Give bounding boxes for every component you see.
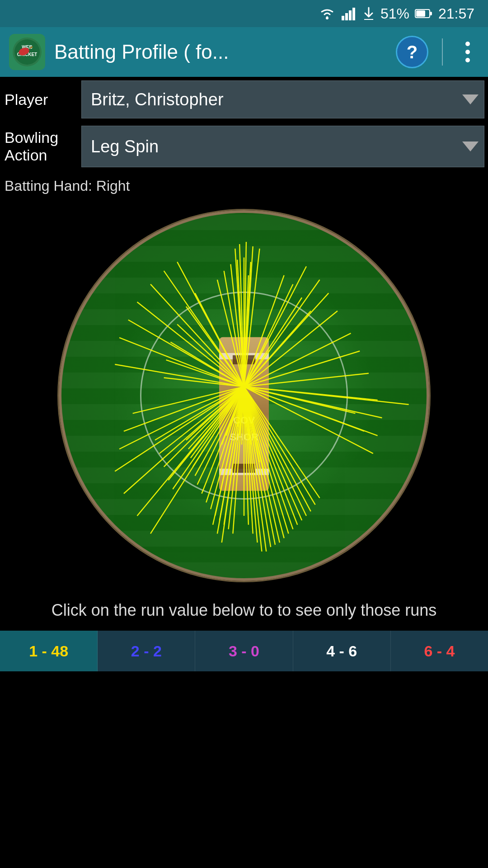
svg-rect-7: [416, 10, 425, 17]
batting-hand-row: Batting Hand: Right: [0, 171, 488, 201]
top-stumps: [233, 355, 255, 364]
run-value-3[interactable]: 3 - 0: [195, 631, 293, 671]
signal-icon: [341, 7, 357, 20]
run-value-3-label: 3 - 0: [229, 642, 259, 660]
cover-label: COV: [233, 415, 255, 426]
field-container: COV SHOR: [0, 201, 488, 590]
run-value-1[interactable]: 1 - 48: [0, 631, 98, 671]
wifi-icon: [319, 7, 335, 20]
player-dropdown[interactable]: Britz, Christopher: [81, 80, 484, 118]
batting-hand-label: Batting Hand: Right: [5, 178, 130, 194]
download-icon: [362, 7, 375, 20]
run-value-1-label: 1 - 48: [29, 642, 68, 660]
logo-icon: WEB CRICKET: [11, 36, 43, 68]
instructions-row: Click on the run value below to to see o…: [0, 590, 488, 631]
bowling-action-value: Leg Spin: [91, 137, 475, 156]
help-icon: ?: [407, 42, 418, 62]
bowling-action-row: BowlingAction Leg Spin: [0, 122, 488, 171]
status-icons: 51% 21:57: [319, 5, 474, 22]
player-row: Player Britz, Christopher: [0, 77, 488, 122]
bowling-action-label: BowlingAction: [0, 122, 81, 171]
battery-percent: 51%: [380, 5, 409, 22]
instructions-text: Click on the run value below to to see o…: [52, 601, 437, 619]
player-value: Britz, Christopher: [91, 90, 475, 109]
cricket-field: COV SHOR: [59, 210, 429, 581]
app-logo: WEB CRICKET: [9, 34, 45, 70]
svg-rect-3: [349, 10, 352, 20]
cricket-pitch: COV SHOR: [219, 337, 269, 491]
svg-rect-4: [352, 8, 355, 20]
more-dot-3: [465, 58, 470, 62]
toolbar-title: Batting Profile ( fo...: [54, 41, 387, 63]
bottom-stumps: [233, 464, 255, 473]
svg-point-0: [326, 17, 328, 19]
run-value-4-label: 4 - 6: [326, 642, 357, 660]
run-value-2[interactable]: 2 - 2: [98, 631, 195, 671]
battery-icon: [415, 8, 433, 19]
time-display: 21:57: [438, 5, 474, 22]
run-value-2-label: 2 - 2: [131, 642, 162, 660]
more-dot-2: [465, 50, 470, 54]
svg-rect-2: [345, 13, 348, 20]
run-values-row: 1 - 48 2 - 2 3 - 0 4 - 6 6 - 4: [0, 631, 488, 671]
svg-rect-8: [430, 12, 432, 15]
toolbar-divider: [442, 38, 443, 66]
svg-rect-1: [342, 16, 344, 20]
run-value-5[interactable]: 6 - 4: [391, 631, 488, 671]
player-label: Player: [0, 77, 81, 122]
help-button[interactable]: ?: [396, 36, 428, 68]
more-dot-1: [465, 42, 470, 46]
status-bar: 51% 21:57: [0, 0, 488, 27]
toolbar: WEB CRICKET Batting Profile ( fo... ?: [0, 27, 488, 77]
bowling-action-dropdown-arrow: [462, 142, 479, 151]
bowling-action-dropdown[interactable]: Leg Spin: [81, 126, 484, 167]
short-label: SHOR: [230, 431, 258, 443]
player-dropdown-arrow: [462, 94, 479, 104]
form-section: Player Britz, Christopher BowlingAction …: [0, 77, 488, 171]
more-menu-button[interactable]: [456, 42, 479, 62]
run-value-5-label: 6 - 4: [424, 642, 455, 660]
run-value-4[interactable]: 4 - 6: [293, 631, 391, 671]
